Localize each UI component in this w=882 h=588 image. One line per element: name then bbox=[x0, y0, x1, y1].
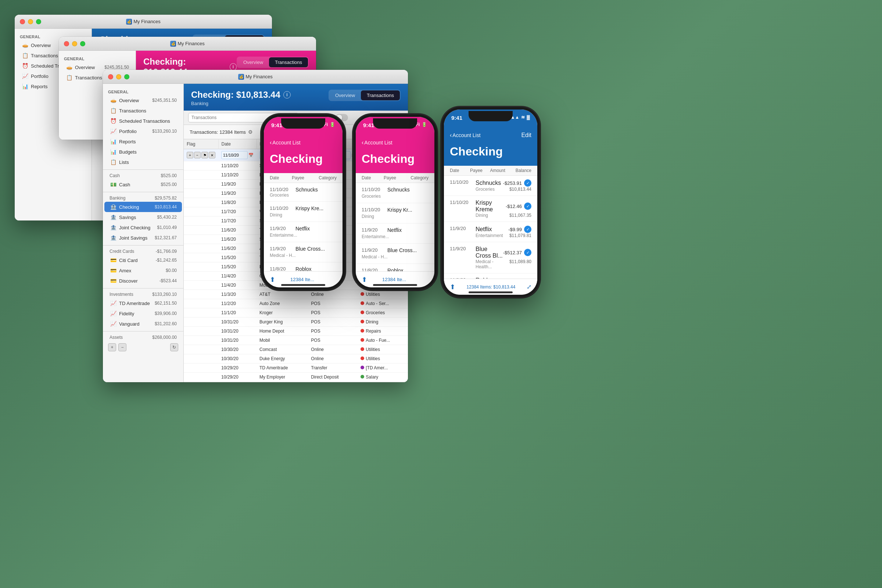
maximize-button-3[interactable] bbox=[124, 74, 129, 80]
add-account-button[interactable]: + bbox=[108, 343, 116, 351]
sidebar-group-investments: Investments $133,260.10 bbox=[104, 291, 182, 298]
sidebar-item-discover-3[interactable]: 💳 Discover -$523.44 bbox=[104, 276, 182, 286]
list-item[interactable]: 11/10/20 Krispy Kreme -$12.46 ✓ Dining $… bbox=[444, 196, 537, 222]
tab-overview-3[interactable]: Overview bbox=[329, 90, 361, 100]
info-badge-3[interactable]: i bbox=[284, 91, 291, 99]
info-badge-2[interactable]: i bbox=[230, 63, 237, 70]
flag-cell bbox=[184, 189, 218, 198]
back-button-3[interactable]: ‹ Account List bbox=[450, 132, 481, 138]
share-icon-3[interactable]: ⬆ bbox=[450, 283, 455, 291]
remove-row-button[interactable]: − bbox=[194, 152, 201, 158]
list-item[interactable]: 11/9/20 Blue Cross... Medical - H... bbox=[264, 242, 342, 262]
sidebar-item-citi-3[interactable]: 💳 Citi Card -$1,242.65 bbox=[104, 255, 182, 266]
calendar-icon[interactable]: 📅 bbox=[248, 153, 254, 158]
sidebar-item-transactions-3[interactable]: 📋 Transactions bbox=[104, 105, 182, 116]
sidebar-item-reports-3[interactable]: 📊 Reports bbox=[104, 136, 182, 147]
sidebar-item-lists-3[interactable]: 📋 Lists bbox=[104, 157, 182, 167]
share-icon-1[interactable]: ⬆ bbox=[270, 276, 275, 284]
table-row[interactable]: 10/30/20 Comcast Online Utilities bbox=[184, 345, 408, 354]
minimize-button-3[interactable] bbox=[116, 74, 121, 80]
sidebar-item-portfolio-3[interactable]: 📈 Portfolio $133,260.10 bbox=[104, 126, 182, 136]
share-icon-2[interactable]: ⬆ bbox=[362, 276, 367, 284]
iphone-3: 9:41 ▲▲▲ ≋ ▓ ‹ Account List Edit Checkin… bbox=[441, 106, 540, 298]
close-button-1[interactable] bbox=[20, 19, 25, 24]
remove-account-button[interactable]: − bbox=[118, 343, 126, 351]
date-cell: 11/5/20 bbox=[218, 262, 256, 272]
date-cell: 10/30/20 bbox=[218, 345, 256, 354]
add-row-button[interactable]: + bbox=[187, 152, 193, 158]
titlebar-2: 💰 My Finances bbox=[59, 37, 316, 51]
table-row[interactable]: 10/31/20 Burger King POS Dining bbox=[184, 318, 408, 327]
list-item[interactable]: 11/9/20 Blue Cross Bl... -$512.37 ✓ Medi… bbox=[444, 242, 537, 273]
sidebar-item-checking-3[interactable]: 🏦 Checking $10,813.44 bbox=[104, 202, 182, 212]
tab-transactions-3[interactable]: Transactions bbox=[361, 90, 400, 100]
wifi-icon-3: ≋ bbox=[521, 115, 525, 120]
back-button-1[interactable]: ‹ Account List bbox=[270, 139, 301, 146]
sidebar-item-tda-3[interactable]: 📈 TD Ameritrade $62,151.50 bbox=[104, 298, 182, 308]
col-headers-3: Date Payee Amount Balance bbox=[444, 166, 537, 176]
list-item[interactable]: 11/8/20 Roblox -$5.95 Entertainment $11,… bbox=[444, 273, 537, 279]
sidebar-item-vanguard-3[interactable]: 📈 Vanguard $31,202.60 bbox=[104, 319, 182, 329]
date-col-header-1: Date bbox=[270, 175, 292, 180]
maximize-button-1[interactable] bbox=[36, 19, 41, 24]
lists-icon-3: 📋 bbox=[110, 158, 117, 166]
gear-icon[interactable]: ⚙ bbox=[248, 129, 253, 135]
date-cell: 11/3/20 bbox=[218, 290, 256, 299]
external-link-icon-3[interactable]: ⤢ bbox=[526, 284, 531, 290]
list-item[interactable]: 11/10/20Krispy Kr... Dining bbox=[356, 203, 434, 224]
date-input[interactable] bbox=[221, 151, 248, 159]
list-item[interactable]: 11/9/20Blue Cross... Medical - H... bbox=[356, 244, 434, 264]
sidebar-item-cash-3[interactable]: 💵 Cash $525.00 bbox=[104, 179, 182, 190]
tab-transactions-2[interactable]: Transactions bbox=[269, 57, 308, 67]
sidebar-item-amex-3[interactable]: 💳 Amex $0.00 bbox=[104, 266, 182, 276]
sidebar-item-budgets-3[interactable]: 📊 Budgets bbox=[104, 147, 182, 157]
refresh-button[interactable]: ↻ bbox=[170, 343, 178, 351]
flag-cell bbox=[184, 198, 218, 207]
list-item[interactable]: 11/10/20 Schnucks Groceries bbox=[264, 183, 342, 202]
table-row[interactable]: 10/29/20 TD Ameritrade Transfer [TD Amer… bbox=[184, 363, 408, 373]
date-col-3: Date bbox=[450, 168, 470, 173]
sidebar-item-scheduled-3[interactable]: ⏰ Scheduled Transactions bbox=[104, 116, 182, 126]
type-cell: Online bbox=[308, 345, 358, 354]
table-row[interactable]: 11/2/20 Auto Zone POS Auto - Ser... bbox=[184, 299, 408, 308]
sidebar-item-joint-savings-3[interactable]: 🏦 Joint Savings $12,321.67 bbox=[104, 232, 182, 243]
minimize-button-2[interactable] bbox=[72, 41, 77, 46]
table-row[interactable]: 11/3/20 AT&T Online Utilities bbox=[184, 290, 408, 299]
payee-cell: Comcast bbox=[256, 345, 308, 354]
maximize-button-2[interactable] bbox=[80, 41, 85, 46]
sidebar-item-overview-3[interactable]: 🥧 Overview $245,351.50 bbox=[104, 95, 182, 105]
table-row[interactable]: 11/1/20 Kroger POS Groceries bbox=[184, 308, 408, 318]
list-item[interactable]: 11/8/20Roblox Entertainme... bbox=[356, 264, 434, 271]
edit-button-3[interactable]: Edit bbox=[521, 132, 531, 138]
account-title-iphone-2: Checking bbox=[362, 152, 429, 166]
sidebar-item-fidelity-3[interactable]: 📈 Fidelity $39,906.00 bbox=[104, 308, 182, 319]
table-row[interactable]: 10/29/20 My Employer Direct Deposit Sala… bbox=[184, 373, 408, 382]
table-row[interactable]: 10/30/20 Duke Energy Online Utilities bbox=[184, 354, 408, 363]
date-input-cell: 📅 bbox=[218, 149, 256, 161]
list-item[interactable]: 11/8/20 Roblox Entertainme... bbox=[264, 262, 342, 271]
table-row[interactable]: 10/31/20 Home Depot POS Repairs bbox=[184, 327, 408, 336]
tab-overview-2[interactable]: Overview bbox=[237, 57, 269, 67]
iphone-rows-3: 11/10/20 Schnucks -$253.91 ✓ Groceries $… bbox=[444, 176, 537, 279]
traffic-lights-1[interactable] bbox=[20, 19, 41, 24]
traffic-lights-2[interactable] bbox=[64, 41, 85, 46]
close-button-2[interactable] bbox=[64, 41, 69, 46]
category-cell: Salary bbox=[358, 373, 408, 382]
close-button-3[interactable] bbox=[108, 74, 113, 80]
list-item[interactable]: 11/10/20 Krispy Kre... Dining bbox=[264, 202, 342, 222]
sidebar-item-savings-3[interactable]: 🏦 Savings $5,430.22 bbox=[104, 212, 182, 222]
list-item[interactable]: 11/10/20 Schnucks -$253.91 ✓ Groceries $… bbox=[444, 176, 537, 196]
table-row[interactable]: 10/31/20 Mobil POS Auto - Fue... bbox=[184, 336, 408, 345]
minimize-button-1[interactable] bbox=[28, 19, 33, 24]
flag-button[interactable]: ⚑ bbox=[201, 152, 208, 158]
flag-cell: + − ⚑ ✕ bbox=[184, 149, 218, 161]
clear-button[interactable]: ✕ bbox=[209, 152, 215, 158]
back-button-2[interactable]: ‹ Account List bbox=[362, 139, 393, 146]
list-item[interactable]: 11/9/20 Netflix Entertainme... bbox=[264, 222, 342, 242]
sidebar-item-joint-checking-3[interactable]: 🏦 Joint Checking $1,010.49 bbox=[104, 222, 182, 232]
list-item[interactable]: 11/9/20Netflix Entertainme... bbox=[356, 224, 434, 244]
traffic-lights-3[interactable] bbox=[108, 74, 129, 80]
date-cell: 11/2/20 bbox=[218, 299, 256, 308]
list-item[interactable]: 11/10/20Schnucks Groceries bbox=[356, 183, 434, 203]
list-item[interactable]: 11/9/20 Netflix -$9.99 ✓ Entertainment $… bbox=[444, 222, 537, 242]
